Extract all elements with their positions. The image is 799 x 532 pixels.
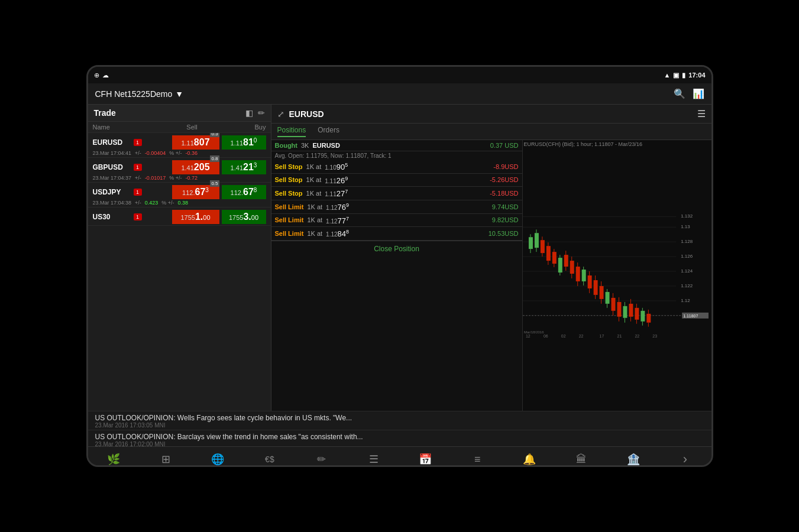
pos-amount-sl2: 1K at (307, 216, 322, 223)
svg-text:22: 22 (578, 334, 583, 338)
svg-text:1.126: 1.126 (681, 254, 693, 259)
svg-rect-50 (593, 280, 597, 295)
trade-item-row2-eurusd: 23.Mar 17:04:41 +/- -0.00404 % +/- -0.36 (93, 150, 266, 156)
nav-item-fx[interactable]: €$ FX (244, 452, 296, 467)
pos-price-sl3: 1.12848 (326, 229, 349, 238)
svg-text:1.11807: 1.11807 (683, 314, 698, 318)
svg-text:1.124: 1.124 (681, 268, 693, 274)
network-icon: ▣ (673, 72, 679, 79)
svg-rect-71 (635, 308, 639, 320)
chart-info-label: EURUSD(CFH) (Bid); 1 hour; 1.11807 - Mar… (524, 141, 643, 147)
sell-price-us30[interactable]: 17551.00 (172, 210, 219, 224)
battery-icon: ▮ (682, 72, 685, 79)
chart-menu-icon[interactable]: ☰ (697, 108, 706, 119)
nav-item-markets[interactable]: 🏛 Markets (555, 451, 607, 468)
news-item-2[interactable]: US OUTLOOK/OPINION: Barclays view the tr… (88, 430, 711, 446)
nav-item-alert[interactable]: 🔔 Alert Central (503, 450, 555, 467)
nav-item-trade[interactable]: 🌿 Trade (88, 450, 140, 467)
status-icon-1: ⊕ (94, 72, 99, 79)
sell-price-eurusd[interactable]: 1.11807 0.3 (172, 135, 219, 150)
nav-item-mylist[interactable]: ≡ My List (451, 451, 503, 468)
trade-item-row2-gbpusd: 23.Mar 17:04:37 +/- -0.01017 % +/- -0.72 (93, 175, 266, 181)
buy-price-usdjpy[interactable]: 112.678 (222, 185, 266, 199)
plusminus-eurusd: +/- (135, 150, 141, 156)
pos-label-ss1: Sell Stop (275, 163, 303, 170)
pos-info-bought: Avg. Open: 1.11795, Now: 1.11807, Track:… (271, 151, 522, 160)
trade-item-gbpusd[interactable]: GBPUSD 1 1.41205 0.8 1.41213 23.Mar 17:0… (88, 158, 271, 183)
svg-text:1.128: 1.128 (681, 239, 693, 244)
search-icon[interactable]: 🔍 (674, 88, 685, 99)
trade-item-row1-gbpusd: GBPUSD 1 1.41205 0.8 1.41213 (93, 160, 266, 174)
nav-item-global[interactable]: 🌐 Global (192, 450, 244, 467)
nav-item-positions[interactable]: ⊞ Positions (140, 450, 192, 467)
tab-positions[interactable]: Positions (277, 126, 306, 137)
bottom-nav: 🌿 Trade ⊞ Positions 🌐 Global €$ FX ✏ Met… (88, 446, 711, 467)
svg-text:21: 21 (617, 334, 622, 338)
svg-rect-26 (546, 246, 550, 261)
date-eurusd: 23.Mar 17:04:41 (93, 150, 132, 156)
svg-text:Mar/18/2016: Mar/18/2016 (523, 330, 544, 334)
trade-item-us30[interactable]: US30 1 17551.00 17553.00 (88, 207, 271, 226)
plusminus-usdjpy: +/- (135, 200, 141, 206)
trade-title: Trade (94, 108, 116, 118)
date-gbpusd: 23.Mar 17:04:37 (93, 175, 132, 181)
sell-price-usdjpy[interactable]: 112.673 0.5 (172, 185, 219, 199)
position-row-sl1[interactable]: Sell Limit 1K at 1.12769 9.74USD (271, 200, 522, 214)
chart-icon[interactable]: 📊 (693, 88, 704, 99)
sell-price-gbpusd[interactable]: 1.41205 0.8 (172, 160, 219, 174)
candlestick-chart: EURUSD(CFH) (Bid); 1 hour; 1.11807 - Mar… (522, 140, 711, 411)
trade-nav-icon: 🌿 (107, 453, 120, 466)
position-row-sl2[interactable]: Sell Limit 1K at 1.12777 9.82USD (271, 214, 522, 228)
svg-rect-53 (599, 286, 603, 299)
expand-icon[interactable]: ⤢ (277, 109, 284, 119)
changepct-usdjpy: 0.38 (178, 200, 189, 206)
buy-price-eurusd[interactable]: 1.11810 (222, 135, 266, 150)
svg-rect-68 (629, 304, 633, 317)
news-headline-1: US OUTLOOK/OPINION: Wells Fargo sees lat… (95, 414, 704, 422)
dropdown-icon[interactable]: ▼ (175, 89, 183, 99)
col-buy: Buy (219, 124, 266, 131)
nav-item-metals[interactable]: ✏ Metals (296, 450, 348, 467)
pct-eurusd: % +/- (169, 150, 182, 156)
svg-rect-77 (646, 314, 651, 323)
changepct-eurusd: -0.36 (186, 150, 198, 156)
trade-item-eurusd[interactable]: EURUSD 1 1.11807 0.3 1.11810 23.Mar 17:0… (88, 133, 271, 158)
pos-label-sl2: Sell Limit (275, 216, 304, 223)
collapse-icon[interactable]: ◧ (245, 108, 253, 118)
pos-amount-sl1: 1K at (307, 203, 322, 210)
edit-icon[interactable]: ✏ (258, 108, 265, 118)
markets-nav-label: Markets (571, 467, 592, 468)
buy-price-us30[interactable]: 17553.00 (222, 210, 266, 224)
position-row-bought[interactable]: Bought 3K EURUSD 0.37 USD (271, 140, 522, 151)
title-bar-right: 🔍 📊 (674, 88, 704, 99)
tab-orders[interactable]: Orders (318, 126, 339, 137)
nav-item-calendar[interactable]: 📅 Calendar (399, 450, 451, 467)
trade-item-usdjpy[interactable]: USDJPY 1 112.673 0.5 112.678 23.Mar 17:0… (88, 183, 271, 207)
nav-item-news[interactable]: ☰ News (348, 450, 400, 467)
svg-rect-20 (534, 233, 538, 248)
nav-item-accounts[interactable]: 🏦 Accounts (607, 450, 659, 467)
close-position-button[interactable]: Close Position (271, 241, 522, 257)
position-row-ss1[interactable]: Sell Stop 1K at 1.10905 -8.9USD (271, 160, 522, 174)
pos-price-ss2: 1.11269 (325, 176, 348, 185)
news-headline-2: US OUTLOOK/OPINION: Barclays view the tr… (95, 433, 704, 441)
svg-rect-35 (564, 255, 568, 267)
svg-rect-23 (540, 240, 544, 253)
position-row-sl3[interactable]: Sell Limit 1K at 1.12848 10.53USD (271, 227, 522, 241)
nav-item-more[interactable]: › More (659, 449, 711, 467)
pos-pnl-sl3: 10.53USD (489, 230, 519, 237)
news-item-1[interactable]: US OUTLOOK/OPINION: Wells Fargo sees lat… (88, 411, 711, 430)
svg-rect-56 (605, 292, 609, 304)
pct-usdjpy: % +/- (161, 200, 174, 206)
plusminus-gbpusd: +/- (135, 175, 141, 181)
pos-price-ss3: 1.11277 (325, 189, 348, 198)
pos-amount-ss2: 1K at (306, 176, 322, 183)
pos-pnl-ss2: -5.26USD (490, 176, 518, 183)
position-row-ss3[interactable]: Sell Stop 1K at 1.11277 -5.18USD (271, 187, 522, 200)
pos-label-sl3: Sell Limit (275, 230, 304, 237)
svg-rect-41 (575, 267, 580, 281)
buy-price-gbpusd[interactable]: 1.41213 (222, 160, 266, 174)
position-row-ss2[interactable]: Sell Stop 1K at 1.11269 -5.26USD (271, 174, 522, 187)
chart-panel: ⤢ EURUSD ☰ Positions Orders Bought 3K EU… (271, 105, 711, 411)
pos-amount-ss1: 1K at (306, 163, 322, 170)
